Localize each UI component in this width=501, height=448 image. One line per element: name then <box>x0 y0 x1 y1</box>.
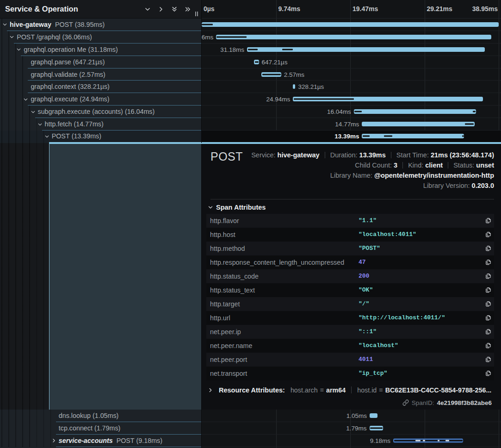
span-bar[interactable] <box>362 122 474 126</box>
span-row[interactable]: graphql.operation Me(31.18ms)31.18ms <box>0 44 501 56</box>
span-bar[interactable] <box>202 22 499 27</box>
meta-pair: Duration: 13.39ms <box>330 150 386 160</box>
span-row[interactable]: http.fetch(14.77ms)14.77ms <box>0 118 501 131</box>
span-name-content: POST /graphql(36.06ms) <box>14 31 201 44</box>
span-name-cell[interactable]: POST(13.39ms) <box>0 131 202 143</box>
copy-button[interactable] <box>482 342 494 349</box>
span-name-cell[interactable]: graphql.context(328.21µs) <box>0 81 202 93</box>
copy-button[interactable] <box>482 273 494 280</box>
span-timeline-cell[interactable]: 14.77ms <box>202 118 501 131</box>
collapse-one-button[interactable] <box>144 6 151 12</box>
span-duration-label: 1.79ms <box>346 424 366 431</box>
span-name-cell[interactable]: graphql.validate(2.57ms) <box>0 68 202 81</box>
span-row[interactable]: subgraph.execute (accounts)(16.04ms)16.0… <box>0 106 501 118</box>
span-detail-indent-gutter <box>0 143 49 410</box>
resource-attributes-toggle[interactable]: Resource Attributes: host.arch=arm64host… <box>208 386 494 394</box>
copy-button[interactable] <box>482 356 494 363</box>
resource-separator <box>351 386 352 393</box>
span-row[interactable]: hive-gatewayPOST(38.95ms) <box>0 19 501 31</box>
span-detail-header: POST Service: hive-gatewayDuration: 13.3… <box>206 144 494 191</box>
meta-value: 0.203.0 <box>472 182 494 189</box>
span-row[interactable]: graphql.parse(647.21µs)647.21µs <box>0 56 501 68</box>
resource-attributes-heading: Resource Attributes: <box>219 386 285 394</box>
span-duration-label: 647.21µs <box>262 58 288 65</box>
span-name-cell[interactable]: tcp.connect(1.79ms) <box>0 422 202 435</box>
meta-pair: Status: unset <box>453 160 494 170</box>
critical-path-segment <box>282 49 293 50</box>
span-row[interactable]: service-accountsPOST(9.18ms)9.18ms <box>0 435 501 447</box>
span-row[interactable]: POST /graphql(36.06ms)36.06ms <box>0 31 501 44</box>
span-timeline-cell[interactable]: 647.21µs <box>202 56 501 68</box>
meta-pair: Library Name: @opentelemetry/instrumenta… <box>330 170 494 180</box>
span-timeline-cell[interactable]: 2.57ms <box>202 68 501 81</box>
span-name-cell[interactable]: graphql.parse(647.21µs) <box>0 56 202 68</box>
operation-name: POST <box>117 437 135 444</box>
span-timeline-cell[interactable]: 16.04ms <box>202 106 501 118</box>
copy-button[interactable] <box>482 315 494 321</box>
span-timeline-cell[interactable] <box>202 19 501 31</box>
expand-one-button[interactable] <box>158 6 164 12</box>
expand-all-button[interactable] <box>185 6 191 12</box>
span-row[interactable]: graphql.validate(2.57ms)2.57ms <box>0 68 501 81</box>
critical-path-segment <box>354 111 362 112</box>
span-timeline-cell[interactable]: 31.18ms <box>202 44 501 56</box>
span-name-cell[interactable]: subgraph.execute (accounts)(16.04ms) <box>0 106 202 118</box>
copy-button[interactable] <box>482 245 494 252</box>
span-name-cell[interactable]: graphql.operation Me(31.18ms) <box>0 44 202 56</box>
span-name-cell[interactable]: service-accountsPOST(9.18ms) <box>0 435 202 447</box>
copy-button[interactable] <box>482 301 494 307</box>
span-timeline-cell[interactable]: 1.79ms <box>202 422 501 435</box>
resource-pair: host.arch=arm64 <box>291 386 346 394</box>
critical-path-segment <box>294 99 354 100</box>
copy-button[interactable] <box>482 218 494 224</box>
span-row[interactable]: dns.lookup(1.05ms)1.05ms <box>0 410 501 422</box>
span-duration: (328.21µs) <box>78 83 110 90</box>
copy-button[interactable] <box>482 231 494 238</box>
span-timeline-cell[interactable]: 13.39ms <box>202 131 501 143</box>
span-bar[interactable] <box>216 35 491 39</box>
double-chevron-right-icon <box>185 6 191 12</box>
timeline-ruler: 0µs9.74ms19.47ms29.21ms38.95ms <box>202 0 501 19</box>
span-timeline-cell[interactable]: 36.06ms <box>202 31 501 44</box>
span-attributes-toggle[interactable]: Span Attributes <box>208 204 494 211</box>
meta-label: Duration: <box>330 151 359 159</box>
attribute-key: net.peer.name <box>206 342 359 349</box>
span-row[interactable]: graphql.execute(24.94ms)24.94ms <box>0 93 501 106</box>
critical-path-segment <box>216 36 247 37</box>
span-timeline-cell[interactable]: 9.18ms <box>202 435 501 447</box>
hidden-children-tick <box>438 440 439 441</box>
ruler-tick-label: 0µs <box>204 5 215 12</box>
span-duration-label: 9.18ms <box>370 437 390 444</box>
span-name-cell[interactable]: hive-gatewayPOST(38.95ms) <box>0 19 202 31</box>
meta-label: Library Name: <box>330 172 374 179</box>
span-timeline-cell[interactable]: 24.94ms <box>202 93 501 106</box>
column-resize-handle[interactable] <box>195 12 198 16</box>
copy-button[interactable] <box>482 370 494 377</box>
span-row[interactable]: graphql.context(328.21µs)328.21µs <box>0 81 501 93</box>
copy-button[interactable] <box>482 287 494 293</box>
attribute-row: http.status_code200 <box>206 269 494 283</box>
copy-button[interactable] <box>482 329 494 335</box>
attribute-value: "POST" <box>359 245 482 252</box>
span-timeline-cell[interactable]: 328.21µs <box>202 81 501 93</box>
span-name-cell[interactable]: dns.lookup(1.05ms) <box>0 410 202 422</box>
span-duration: (31.18ms) <box>88 46 118 53</box>
service-name: service-accounts <box>59 437 113 444</box>
span-bar[interactable] <box>354 109 476 114</box>
span-name-cell[interactable]: POST /graphql(36.06ms) <box>0 31 202 44</box>
collapse-all-button[interactable] <box>171 6 178 12</box>
span-name-cell[interactable]: http.fetch(14.77ms) <box>0 118 202 131</box>
span-bar[interactable] <box>370 413 377 418</box>
meta-pair: Start Time: 21ms (23:56:48.174) <box>396 150 494 160</box>
span-bar[interactable] <box>293 84 295 89</box>
span-bar[interactable] <box>362 134 464 138</box>
span-duration-label: 31.18ms <box>220 46 244 53</box>
attribute-value: "ip_tcp" <box>359 370 482 377</box>
span-name-cell[interactable]: graphql.execute(24.94ms) <box>0 93 202 106</box>
span-row[interactable]: tcp.connect(1.79ms)1.79ms <box>0 422 501 435</box>
span-row[interactable]: POST(13.39ms)13.39ms <box>0 131 501 143</box>
critical-path-segment <box>465 124 474 125</box>
span-timeline-cell[interactable]: 1.05ms <box>202 410 501 422</box>
span-name-content: graphql.validate(2.57ms) <box>28 68 201 81</box>
copy-button[interactable] <box>482 259 494 266</box>
